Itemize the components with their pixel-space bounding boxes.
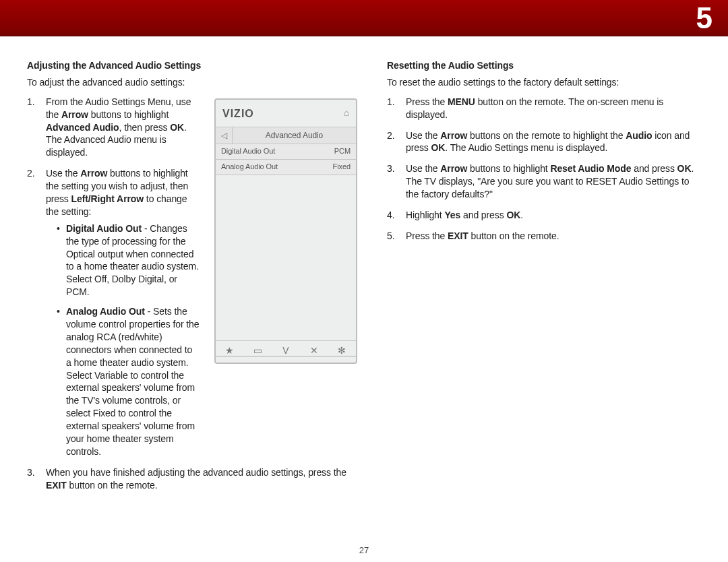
- gear-icon: ✻: [328, 345, 356, 356]
- v-icon: V: [272, 345, 300, 356]
- osd-row-label: Digital Audio Out: [221, 146, 275, 156]
- osd-row-digital: Digital Audio Out PCM: [216, 144, 356, 160]
- chapter-number: 5: [696, 1, 712, 35]
- page-number: 27: [0, 545, 728, 555]
- left-step-2: Use the Arrow buttons to highlight the s…: [27, 167, 200, 458]
- osd-brand: VIZIO: [222, 106, 254, 121]
- left-intro: To adjust the advanced audio settings:: [27, 76, 357, 89]
- left-column: Adjusting the Advanced Audio Settings To…: [27, 59, 357, 500]
- osd-row-value: Fixed: [333, 162, 351, 172]
- home-icon: ⌂: [344, 106, 349, 119]
- right-step-1: Press the MENU button on the remote. The…: [387, 96, 701, 121]
- right-step-3: Use the Arrow buttons to highlight Reset…: [387, 162, 701, 201]
- left-section-title: Adjusting the Advanced Audio Settings: [27, 59, 357, 72]
- osd-row-label: Analog Audio Out: [221, 162, 278, 172]
- close-icon: ✕: [300, 345, 328, 356]
- osd-row-analog: Analog Audio Out Fixed: [216, 160, 356, 175]
- right-intro: To reset the audio settings to the facto…: [387, 76, 701, 89]
- right-step-5: Press the EXIT button on the remote.: [387, 230, 701, 243]
- right-column: Resetting the Audio Settings To reset th…: [387, 59, 701, 500]
- back-icon: ◁: [216, 127, 233, 144]
- bullet-analog-audio-out: Analog Audio Out - Sets the volume contr…: [57, 305, 200, 458]
- bullet-digital-audio-out: Digital Audio Out - Changes the type of …: [57, 222, 200, 299]
- osd-screenshot: VIZIO ⌂ ◁ Advanced Audio Digital Audio O…: [214, 98, 357, 364]
- right-step-4: Highlight Yes and press OK.: [387, 209, 701, 222]
- wide-icon: ▭: [244, 345, 272, 356]
- osd-bottom-bar: ★ ▭ V ✕ ✻: [216, 340, 356, 358]
- star-icon: ★: [216, 345, 244, 356]
- left-step-1: From the Audio Settings Menu, use the Ar…: [27, 96, 200, 159]
- right-section-title: Resetting the Audio Settings: [387, 59, 701, 72]
- right-step-2: Use the Arrow buttons on the remote to h…: [387, 129, 701, 155]
- left-step-3: When you have finished adjusting the adv…: [27, 466, 357, 492]
- page-body: Adjusting the Advanced Audio Settings To…: [0, 36, 728, 507]
- osd-row-value: PCM: [334, 146, 351, 156]
- osd-header-title: Advanced Audio: [233, 130, 356, 141]
- header-bar: 5: [0, 0, 728, 36]
